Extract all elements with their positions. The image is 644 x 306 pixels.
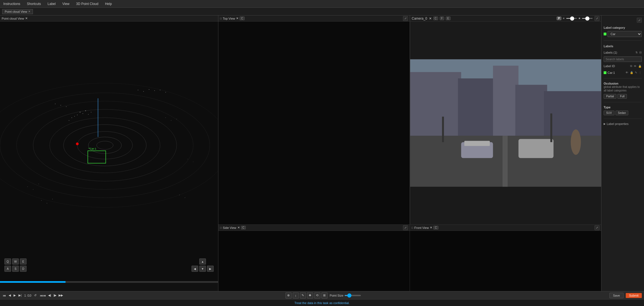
label-id-row: Label ID ⧉ 👁 🔒 [604, 64, 642, 68]
save-button[interactable]: Save [609, 293, 624, 298]
car1-lock-btn[interactable]: 🔒 [630, 71, 633, 74]
filter-icon-btn[interactable]: ⊟ [639, 51, 642, 54]
timeline-back-btn[interactable]: ◀| [48, 293, 52, 298]
refresh-btn[interactable]: ↺ [33, 293, 37, 298]
full-btn[interactable]: Full [617, 94, 627, 99]
point-cloud-close-icon[interactable]: ✕ [25, 17, 28, 20]
top-view-canvas[interactable] [218, 22, 410, 224]
key-w[interactable]: W [12, 258, 19, 265]
svg-rect-51 [502, 136, 507, 187]
svg-point-39 [41, 200, 42, 201]
label-id-copy-btn[interactable]: ⧉ [630, 64, 632, 68]
submit-button[interactable]: Submit [626, 293, 642, 298]
side-view-label: Side View [223, 226, 236, 229]
svg-text:^Car:1: ^Car:1 [88, 147, 97, 150]
svg-point-1 [88, 137, 122, 154]
playback-play-btn[interactable]: ▶ [13, 293, 16, 298]
camera0-image-svg [410, 22, 601, 224]
menu-view[interactable]: View [61, 1, 70, 6]
key-e[interactable]: E [20, 258, 27, 265]
side-view-canvas[interactable] [218, 231, 410, 291]
car1-edit-btn[interactable]: ✎ [635, 71, 637, 74]
svg-rect-54 [464, 141, 489, 146]
timeline-skip-back-btn[interactable]: ⏮⏮ [39, 293, 46, 298]
crop-icon[interactable]: ⊞ [321, 292, 328, 299]
svg-point-14 [74, 116, 75, 117]
menu-help[interactable]: Help [104, 1, 113, 6]
camera0-img-controls: P ☀ ☀ [557, 17, 593, 20]
occlusion-title: Occlusion [604, 82, 642, 85]
draw-tool-icon[interactable]: ✎ [300, 292, 306, 299]
label-properties-text: Label properties [607, 122, 629, 125]
label-id-eye-btn[interactable]: 👁 [633, 64, 637, 68]
label-category-select[interactable]: Car Truck Pedestrian [608, 31, 642, 37]
divider-1 [604, 40, 642, 41]
transform-icon[interactable]: ⟲ [314, 292, 320, 299]
occlusion-buttons: Partial Full [604, 94, 642, 99]
timeline-forward-btn[interactable]: |▶ [53, 293, 57, 298]
svg-point-36 [154, 90, 155, 91]
sort-icon-btn[interactable]: ⇅ [635, 51, 638, 54]
point-cloud-canvas[interactable]: ^Car:1 [0, 22, 218, 283]
front-view-icon: □ [412, 226, 413, 229]
key-s[interactable]: S [12, 266, 19, 272]
key-q[interactable]: Q [4, 258, 11, 265]
type-section: Type SUV Sedan [604, 106, 642, 115]
nav-right-icon[interactable]: ▶ [207, 266, 214, 272]
timeline-container[interactable] [0, 281, 218, 283]
tab-close-icon[interactable]: ✕ [28, 10, 30, 13]
nav-left-icon[interactable]: ◀ [192, 266, 198, 272]
add-point-icon[interactable]: ✚ [307, 292, 313, 299]
point-size-slider[interactable] [344, 295, 361, 296]
menu-instructions[interactable]: Instructions [2, 1, 21, 6]
partial-btn[interactable]: Partial [604, 94, 616, 99]
menu-3d-point-cloud[interactable]: 3D Point Cloud [75, 1, 100, 6]
suv-btn[interactable]: SUV [604, 111, 614, 115]
nav-up-icon[interactable]: ▲ [199, 258, 206, 265]
sedan-btn[interactable]: Sedan [616, 111, 629, 115]
p-badge: P [557, 17, 561, 20]
label-car1-item[interactable]: Car:1 👁 🔒 ✎ ⋮ [604, 70, 642, 75]
nav-down-icon[interactable]: ▼ [199, 266, 206, 272]
svg-point-35 [149, 89, 149, 90]
top-view-expand-btn[interactable]: ⤢ [403, 16, 408, 21]
menu-shortcuts[interactable]: Shortcuts [26, 1, 42, 6]
front-view-expand-btn[interactable]: ⤢ [595, 225, 600, 230]
camera0-close-icon[interactable]: ✕ [429, 17, 432, 20]
top-view-close-icon[interactable]: ✕ [236, 17, 239, 20]
playback-prev-btn[interactable]: ◀ [8, 293, 11, 298]
svg-point-41 [52, 199, 53, 199]
camera0-expand-btn[interactable]: ⤢ [595, 16, 600, 21]
svg-rect-45 [410, 72, 461, 136]
camera0-badge-f: F [440, 17, 444, 20]
key-a[interactable]: A [4, 266, 11, 272]
svg-point-20 [38, 184, 39, 184]
contrast-slider[interactable] [582, 18, 593, 19]
tab-point-cloud-view[interactable]: Point cloud View ✕ [2, 9, 33, 14]
svg-point-30 [55, 104, 56, 104]
front-view-close-icon[interactable]: ✕ [430, 226, 432, 229]
move-tool-icon[interactable]: ↕ [293, 292, 299, 299]
label-id-lock-btn[interactable]: 🔒 [638, 64, 642, 68]
menu-label[interactable]: Label [46, 1, 57, 6]
label-category-section: Label category Car Truck Pedestrian [604, 25, 642, 37]
side-view-close-icon[interactable]: ✕ [237, 226, 240, 229]
sidebar-expand-btn[interactable]: ⤢ [637, 18, 642, 23]
front-view-panel: □ Front View ✕ C ⤢ [410, 225, 601, 291]
brightness-slider[interactable] [566, 18, 577, 19]
car1-eye-btn[interactable]: 👁 [625, 71, 629, 74]
car1-more-btn[interactable]: ⋮ [638, 71, 642, 74]
select-tool-icon[interactable]: ⊕ [286, 292, 292, 299]
search-labels-input[interactable] [604, 56, 642, 62]
point-size-label: Point Size [330, 294, 344, 297]
side-view-expand-btn[interactable]: ⤢ [403, 225, 408, 230]
top-view-title: □ [220, 17, 222, 20]
label-properties-row[interactable]: ▶ Label properties [604, 122, 642, 125]
playback-next-btn[interactable]: ▶| [18, 293, 22, 298]
timeline-skip-forward-btn[interactable]: ▶▶ [58, 293, 64, 298]
playback-skip-start-btn[interactable]: ⏮ [2, 293, 6, 298]
front-view-canvas[interactable] [410, 231, 601, 291]
key-d[interactable]: D [20, 266, 27, 272]
labels-title: Labels [604, 44, 642, 48]
occlusion-desc: global attribute that applies to all lab… [604, 85, 642, 92]
